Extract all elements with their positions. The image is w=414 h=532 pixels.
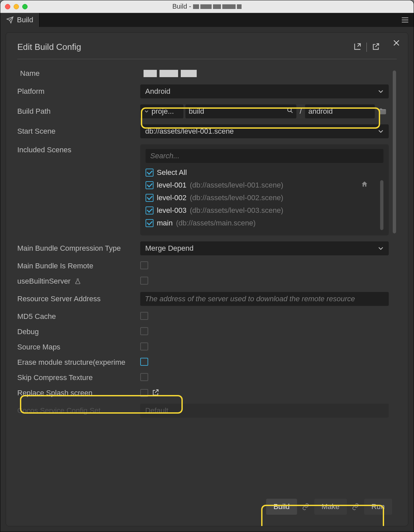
chevron-down-icon <box>144 108 150 114</box>
label-name: Name <box>17 69 140 78</box>
svg-point-5 <box>288 108 291 112</box>
label-cocos-service: Cocos Service Config Set <box>17 406 140 415</box>
cocos-service-value: Default <box>145 406 168 415</box>
remote-checkbox[interactable] <box>140 261 148 269</box>
build-path-controls: proje... build / android <box>140 104 389 118</box>
chevron-down-icon <box>377 127 385 135</box>
label-platform: Platform <box>17 87 140 96</box>
replace-splash-checkbox[interactable] <box>140 389 148 397</box>
scene-checkbox[interactable] <box>146 219 154 227</box>
scene-item[interactable]: main (db://assets/main.scene) <box>146 217 377 229</box>
label-build-path: Build Path <box>17 107 140 116</box>
build-path-segment-value: android <box>308 107 333 116</box>
build-path-base-select[interactable]: proje... <box>140 104 183 118</box>
chain-icon-1[interactable] <box>301 502 310 511</box>
scene-checkbox[interactable] <box>146 194 154 202</box>
scene-checkbox[interactable] <box>146 181 154 189</box>
chevron-down-icon <box>377 244 385 252</box>
erase-module-checkbox[interactable] <box>140 358 148 366</box>
export-config-button[interactable] <box>371 42 380 52</box>
run-button[interactable]: Run <box>364 499 392 515</box>
label-remote: Main Bundle Is Remote <box>17 262 140 270</box>
row-build-path: Build Path proje... build <box>17 104 389 118</box>
import-config-button[interactable] <box>353 42 362 52</box>
scenes-scrollbar[interactable] <box>380 180 383 230</box>
select-all-checkbox[interactable] <box>146 169 154 177</box>
close-card-button[interactable] <box>392 39 401 49</box>
build-path-segment[interactable]: android <box>305 104 375 118</box>
field-name <box>140 70 389 77</box>
scene-item[interactable]: level-003 (db://assets/level-003.scene) <box>146 204 377 217</box>
platform-select-control[interactable]: Android <box>140 84 389 98</box>
close-window-button[interactable] <box>5 4 10 9</box>
label-builtin-server: useBuiltinServer <box>17 277 140 286</box>
link-icon <box>352 503 359 510</box>
tab-build[interactable]: Build <box>0 13 40 27</box>
chain-icon-2[interactable] <box>351 502 360 511</box>
build-path-input[interactable]: build <box>185 104 296 118</box>
window-title-redacted <box>193 4 242 9</box>
link-icon <box>302 503 309 510</box>
row-included-scenes: Included Scenes Select All le <box>17 144 389 235</box>
cocos-service-select[interactable]: Default <box>140 404 389 418</box>
open-folder-button[interactable] <box>377 107 389 116</box>
svg-line-6 <box>291 111 292 113</box>
scenes-search-input[interactable] <box>146 149 383 163</box>
platform-value: Android <box>145 87 170 96</box>
row-skip-compress: Skip Compress Texture <box>17 373 389 382</box>
resource-server-input[interactable] <box>140 292 389 306</box>
sourcemaps-checkbox[interactable] <box>140 342 148 350</box>
row-sourcemaps: Source Maps <box>17 342 389 352</box>
make-button[interactable]: Make <box>314 499 347 515</box>
minimize-window-button[interactable] <box>14 4 19 9</box>
label-replace-splash: Replace Splash screen <box>17 389 140 397</box>
menu-button[interactable] <box>400 15 410 25</box>
form-scrollbar[interactable] <box>393 70 396 233</box>
compression-select[interactable]: Merge Depend <box>140 241 389 255</box>
row-md5: MD5 Cache <box>17 312 389 321</box>
row-start-scene: Start Scene db://assets/level-001.scene <box>17 124 389 138</box>
select-all-label: Select All <box>157 168 187 177</box>
row-platform: Platform Android <box>17 84 389 98</box>
search-path-button[interactable] <box>286 107 294 116</box>
row-name: Name <box>17 69 389 78</box>
export-icon <box>371 42 380 51</box>
label-md5: MD5 Cache <box>17 312 140 321</box>
md5-checkbox[interactable] <box>140 312 148 320</box>
cocos-service-control[interactable]: Default <box>140 404 389 418</box>
scene-item[interactable]: level-002 (db://assets/level-002.scene) <box>146 192 377 204</box>
home-scene-icon[interactable] <box>361 181 368 190</box>
debug-checkbox[interactable] <box>140 327 148 335</box>
build-button[interactable]: Build <box>266 499 297 515</box>
tab-bar: Build <box>0 13 414 27</box>
close-icon <box>392 39 401 47</box>
scenes-select-all[interactable]: Select All <box>146 166 383 179</box>
name-value-redacted[interactable] <box>140 70 389 77</box>
field-skip-compress <box>140 373 389 382</box>
flask-icon <box>74 278 81 285</box>
builtin-server-checkbox[interactable] <box>140 277 148 285</box>
field-builtin-server <box>140 277 389 286</box>
separator <box>366 43 367 52</box>
compression-control[interactable]: Merge Depend <box>140 241 389 255</box>
scene-path: (db://assets/level-001.scene) <box>190 181 283 190</box>
scene-name: main <box>157 219 173 227</box>
skip-compress-checkbox[interactable] <box>140 373 148 381</box>
card-header-actions <box>353 42 380 52</box>
row-resource-server: Resource Server Address <box>17 292 389 306</box>
scene-checkbox[interactable] <box>146 206 154 214</box>
scenes-list: level-001 (db://assets/level-001.scene) … <box>146 179 383 229</box>
card-title: Edit Build Config <box>17 42 81 52</box>
field-replace-splash <box>140 388 389 398</box>
open-splash-button[interactable] <box>152 388 159 398</box>
scene-item[interactable]: level-001 (db://assets/level-001.scene) <box>146 179 377 192</box>
field-remote <box>140 261 389 271</box>
field-erase-module <box>140 358 389 367</box>
start-scene-select[interactable]: db://assets/level-001.scene <box>140 124 389 138</box>
maximize-window-button[interactable] <box>22 4 28 9</box>
paper-plane-icon <box>6 16 14 24</box>
row-builtin-server: useBuiltinServer <box>17 277 389 286</box>
label-start-scene: Start Scene <box>17 127 140 136</box>
platform-select[interactable]: Android <box>140 84 389 98</box>
start-scene-control[interactable]: db://assets/level-001.scene <box>140 124 389 138</box>
